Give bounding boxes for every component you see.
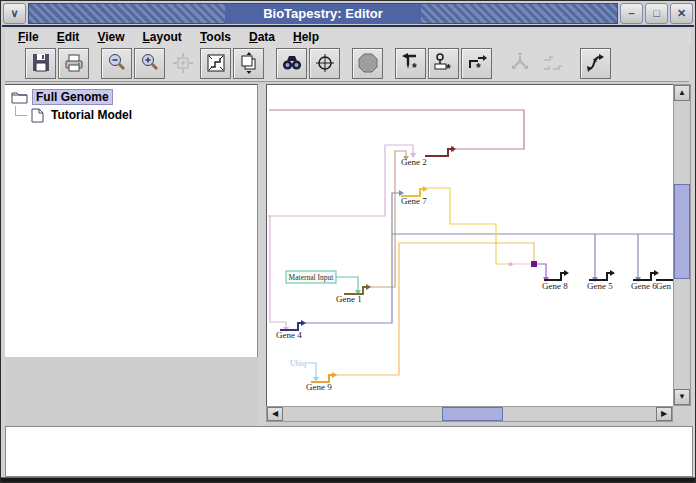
document-icon (30, 108, 44, 123)
svg-text:*: * (593, 56, 598, 68)
zoom-rect-icon (205, 52, 227, 74)
window-title: BioTapestry: Editor (225, 4, 421, 24)
gene-gene-9[interactable]: Gene 9 (306, 372, 337, 392)
model-tree-panel: Full GenomeTutorial Model (5, 84, 258, 357)
scroll-up-button[interactable]: ▲ (674, 85, 690, 101)
toolbar-expand-model-tree-button (504, 48, 535, 79)
link-yellow-gene7-out[interactable] (425, 188, 505, 264)
menu-item-view[interactable]: View (88, 30, 133, 44)
maximize-icon: □ (653, 8, 660, 19)
gene-label: Gene 8 (542, 281, 568, 291)
toolbar-add-curved-link-button[interactable]: * (580, 48, 611, 79)
scroll-down-button[interactable]: ▼ (674, 389, 690, 405)
link-teal-maternal-to-gene1[interactable] (336, 277, 358, 290)
window-menu-icon: ∨ (10, 8, 18, 19)
toolbar-zoom-to-model-button (167, 48, 198, 79)
gene-gene-6[interactable]: Gene 6 (631, 270, 659, 291)
gene-glyph (280, 323, 302, 330)
link-rose-offscreen-to-gene2[interactable] (269, 110, 524, 149)
toolbar-add-node-button[interactable]: * (461, 48, 492, 79)
gene-label: Gene 2 (401, 157, 427, 167)
zoom-out-icon (106, 52, 128, 74)
vertical-scrollbar: ▲ ▼ (673, 84, 691, 406)
title-bar-stripes: BioTapestry: Editor (28, 3, 618, 24)
panel-splitter[interactable] (258, 84, 266, 426)
print-icon (63, 52, 85, 74)
ubiq-label[interactable]: Ubiq (290, 359, 306, 368)
toolbar-search-button[interactable] (276, 48, 307, 79)
window-menu-button[interactable]: ∨ (3, 3, 26, 24)
gene-gene-5[interactable]: Gene 5 (587, 270, 615, 291)
toolbar-print-button[interactable] (58, 48, 89, 79)
vertical-scroll-thumb[interactable] (674, 184, 690, 279)
toolbar-zoom-out-button[interactable] (101, 48, 132, 79)
gene-arrowhead-icon (564, 270, 569, 276)
minimize-icon: – (628, 8, 634, 19)
tree-item-label: Full Genome (32, 89, 113, 105)
toolbar-add-gene-button[interactable]: * (428, 48, 459, 79)
tree-item-label: Tutorial Model (48, 108, 135, 122)
gene-gene-7[interactable]: Gene 7 (401, 186, 428, 206)
minimize-button[interactable]: – (620, 3, 643, 24)
menu-item-file[interactable]: File (9, 30, 48, 44)
toolbar-drag-handle[interactable] (8, 48, 17, 78)
scroll-left-icon: ◀ (272, 410, 278, 418)
scroll-down-icon: ▼ (678, 393, 686, 401)
folder-icon (11, 90, 28, 104)
gene-label: Gene 9 (306, 382, 332, 392)
maximize-button[interactable]: □ (645, 3, 668, 24)
gene-glyph (656, 273, 673, 280)
tree-icon (509, 52, 531, 74)
toolbar-zoom-to-all-models-button[interactable] (233, 48, 264, 79)
tree-item-full-genome[interactable]: Full Genome (5, 88, 257, 106)
gene-glyph (425, 149, 452, 156)
save-icon (30, 52, 52, 74)
center-target-icon (314, 52, 336, 74)
menu-bar: FileEditViewLayoutToolsDataHelp (5, 29, 691, 45)
gene-label: Gene 6 (631, 281, 657, 291)
window-bottom-edge (1, 477, 695, 482)
toolbar-add-overlay-button (537, 48, 568, 79)
gene-gene-2[interactable]: Gene 2 (401, 146, 456, 167)
maternal-input-node[interactable]: Maternal Input (286, 271, 336, 283)
app-window: ∨ BioTapestry: Editor – □ ✕ FileEditView… (0, 0, 696, 483)
toolbar-cancel-add-button[interactable] (352, 48, 383, 79)
close-button[interactable]: ✕ (670, 3, 693, 24)
close-icon: ✕ (677, 8, 686, 19)
gene-arrowhead-icon (610, 270, 615, 276)
scroll-left-button[interactable]: ◀ (267, 407, 283, 421)
toolbar-save-button[interactable] (25, 48, 56, 79)
toolbar-center-on-model-button[interactable] (309, 48, 340, 79)
network-canvas[interactable]: Gene 2Gene 7Gene 1Gene 4Gene 9Gene 8Gene… (266, 84, 673, 406)
gene-gene-1[interactable]: Gene 1 (336, 284, 371, 304)
link-violet-junction-to-gene8[interactable] (537, 264, 546, 277)
maternal-input-label: Maternal Input (289, 273, 335, 282)
scroll-right-button[interactable]: ▶ (656, 407, 672, 421)
horizontal-scroll-thumb[interactable] (442, 407, 503, 421)
gene-gene-4[interactable]: Gene 4 (276, 320, 306, 340)
gene-arrowhead-icon (332, 372, 337, 378)
gene-arrowhead-icon (654, 270, 659, 276)
menu-item-layout[interactable]: Layout (134, 30, 191, 44)
tree-item-tutorial-model[interactable]: Tutorial Model (5, 106, 257, 124)
menu-item-help[interactable]: Help (284, 30, 328, 44)
menu-item-edit[interactable]: Edit (48, 30, 89, 44)
link-orange-gene9-to-junction[interactable] (329, 243, 534, 375)
menu-item-data[interactable]: Data (240, 30, 284, 44)
svg-text:*: * (446, 62, 451, 74)
toolbar-zoom-in-button[interactable] (134, 48, 165, 79)
menu-item-tools[interactable]: Tools (191, 30, 240, 44)
link-junction-dot[interactable] (531, 261, 537, 267)
toolbar-zoom-to-current-model-button[interactable] (200, 48, 231, 79)
link-lavender-offscreen-to-gene2[interactable] (268, 145, 413, 216)
gene-label: Gen (656, 281, 671, 291)
link-lavender-offscreen-to-gene4[interactable] (268, 216, 286, 327)
bottom-panel (5, 426, 693, 477)
horizontal-scrollbar: ◀ ▶ (266, 406, 673, 422)
toolbar-add-link-button[interactable]: * (395, 48, 426, 79)
toolbar: **** (5, 45, 689, 82)
scroll-up-icon: ▲ (678, 89, 686, 97)
link-ubiq-to-gene9[interactable] (306, 363, 316, 377)
title-bar: ∨ BioTapestry: Editor – □ ✕ (2, 2, 694, 27)
zoom-in-icon (139, 52, 161, 74)
